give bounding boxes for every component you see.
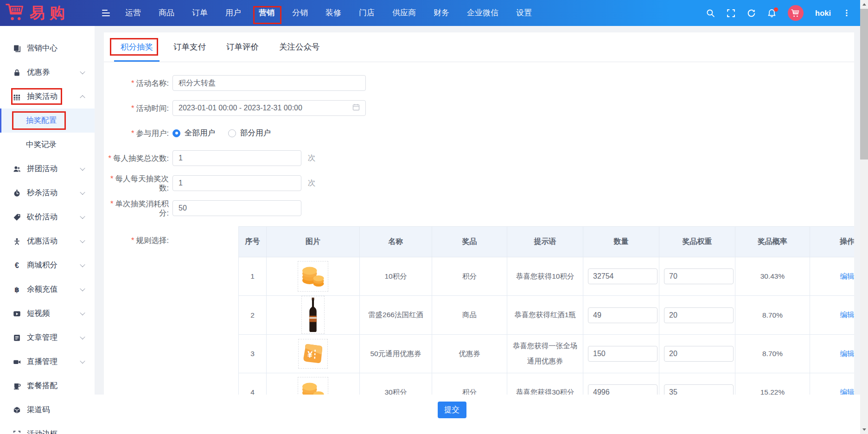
nav-item-distribution[interactable]: 分销 <box>283 0 317 26</box>
tab-label: 积分抽奖 <box>121 42 153 51</box>
sidebar-item-balance-recharge[interactable]: ฿余额充值 <box>0 277 95 301</box>
nav-item-stores[interactable]: 门店 <box>350 0 383 26</box>
daily-draws-input[interactable]: 1 <box>172 175 301 191</box>
form-row-activity-time: *活动时间:2023-01-01 00:00 - 2023-12-31 00:0… <box>104 96 854 121</box>
nav-item-wecom[interactable]: 企业微信 <box>458 0 507 26</box>
quantity-input[interactable]: 49 <box>588 307 657 323</box>
chevron-down-icon <box>80 310 85 315</box>
users-icon <box>13 165 21 173</box>
sidebar-item-short-video[interactable]: 短视频 <box>0 301 95 326</box>
form-row-activity-name: *活动名称:积分大转盘 <box>104 70 854 96</box>
weight-input[interactable]: 20 <box>664 307 734 323</box>
sidebar-item-label: 中奖记录 <box>26 140 57 150</box>
cell-weight: 70 <box>659 257 735 296</box>
sidebar-item-label: 商城积分 <box>27 260 57 270</box>
username[interactable]: hoki <box>815 9 831 18</box>
svg-text:€: € <box>15 262 19 269</box>
more-menu-icon[interactable] <box>842 9 851 17</box>
activity-time-input[interactable]: 2023-01-01 00:00 - 2023-12-31 00:00 <box>172 100 366 116</box>
chevron-down-icon <box>80 262 85 267</box>
lock-icon <box>13 69 21 77</box>
tab-points-lottery[interactable]: 积分抽奖 <box>114 32 160 62</box>
radio-all-users[interactable]: 全部用户 <box>172 128 215 138</box>
weight-input[interactable]: 70 <box>664 268 734 284</box>
quantity-input[interactable]: 4996 <box>588 384 657 395</box>
navbar-actions: hoki <box>706 5 860 21</box>
field-label-daily-draws: *每人每天抽奖次数: <box>104 174 169 192</box>
sidebar-item-articles[interactable]: 文章管理 <box>0 326 95 350</box>
quantity-input[interactable]: 32754 <box>588 268 657 284</box>
clock-icon <box>13 189 21 197</box>
chevron-up-icon <box>80 95 85 100</box>
edit-link[interactable]: 编辑 <box>840 311 855 319</box>
field-label-points-per-draw: *单次抽奖消耗积分: <box>104 199 169 217</box>
euro-icon: € <box>13 262 21 269</box>
refresh-icon[interactable] <box>747 9 756 18</box>
sidebar-item-channel-code[interactable]: 渠道码 <box>0 398 95 422</box>
edit-link[interactable]: 编辑 <box>840 388 855 395</box>
tab-order-pay[interactable]: 订单支付 <box>167 32 212 62</box>
scrollbar-down-arrow[interactable] <box>860 426 868 434</box>
nav-item-settings[interactable]: 设置 <box>507 0 541 26</box>
nav-item-products[interactable]: 商品 <box>150 0 183 26</box>
points-per-draw-input[interactable]: 50 <box>172 200 301 216</box>
sidebar-item-live[interactable]: 直播管理 <box>0 350 95 374</box>
scrollbar-up-arrow[interactable] <box>860 0 868 8</box>
avatar[interactable] <box>788 5 804 21</box>
nav-item-finance[interactable]: 财务 <box>425 0 458 26</box>
submit-button[interactable]: 提交 <box>438 402 466 418</box>
cell-weight: 20 <box>659 296 735 335</box>
sidebar-item-bargain[interactable]: 砍价活动 <box>0 205 95 229</box>
nav-item-operations[interactable]: 运营 <box>116 0 150 26</box>
cube-icon <box>13 406 21 414</box>
nav-item-orders[interactable]: 订单 <box>183 0 217 26</box>
nav-item-suppliers[interactable]: 供应商 <box>383 0 425 26</box>
nav-item-decoration[interactable]: 装修 <box>317 0 350 26</box>
notifications-bell-icon[interactable] <box>767 9 776 18</box>
sidebar-item-marketing-center[interactable]: 营销中心 <box>0 36 95 60</box>
sidebar-item-lottery[interactable]: 抽奖活动 <box>0 84 95 108</box>
grid-icon <box>13 93 21 101</box>
logo[interactable]: 易购 <box>0 3 95 24</box>
search-icon[interactable] <box>706 9 715 18</box>
tab-follow-official[interactable]: 关注公众号 <box>273 32 326 62</box>
scrollbar-thumb[interactable] <box>860 9 868 160</box>
cell-image <box>267 296 360 335</box>
page-scrollbar[interactable] <box>860 0 868 434</box>
sidebar-item-group-buy[interactable]: 拼团活动 <box>0 157 95 181</box>
sidebar-item-combo[interactable]: 套餐搭配 <box>0 374 95 398</box>
input-value: 积分大转盘 <box>179 78 216 88</box>
edit-link[interactable]: 编辑 <box>840 350 855 357</box>
total-draws-input[interactable]: 1 <box>172 150 301 166</box>
field-label-activity-time: *活动时间: <box>104 103 169 113</box>
sidebar-item-content: 优惠活动 <box>13 236 57 246</box>
cell-prize-type: 积分 <box>432 257 507 296</box>
sidebar-item-promo[interactable]: 优惠活动 <box>0 229 95 253</box>
weight-input[interactable]: 20 <box>664 346 734 362</box>
sidebar-collapse-icon[interactable] <box>102 10 110 17</box>
sidebar-item-content: 优惠券 <box>13 67 50 77</box>
edit-link[interactable]: 编辑 <box>840 272 855 280</box>
cell-name: 10积分 <box>360 257 432 296</box>
sidebar-item-label: 余额充值 <box>27 284 57 294</box>
nav-item-users[interactable]: 用户 <box>217 0 250 26</box>
radio-partial-users[interactable]: 部分用户 <box>228 128 271 138</box>
fullscreen-icon[interactable] <box>727 9 735 18</box>
quantity-input[interactable]: 150 <box>588 346 657 362</box>
input-value: 1 <box>179 179 183 187</box>
sidebar-item-flash-sale[interactable]: 秒杀活动 <box>0 181 95 205</box>
sidebar-item-winning-records[interactable]: 中奖记录 <box>0 133 95 157</box>
sidebar-item-activity-frame[interactable]: 活动边框 <box>0 422 95 434</box>
sidebar-item-mall-points[interactable]: €商城积分 <box>0 253 95 277</box>
cell-image <box>267 257 360 296</box>
cell-probability: 30.43% <box>735 257 810 296</box>
tab-order-review[interactable]: 订单评价 <box>220 32 265 62</box>
radio-group-participants: 全部用户部分用户 <box>172 128 271 138</box>
nav-item-marketing[interactable]: 营销 <box>250 0 283 26</box>
sidebar-item-lottery-config[interactable]: 抽奖配置 <box>0 108 95 133</box>
prize-image-coins <box>298 377 328 395</box>
sidebar-item-coupons[interactable]: 优惠券 <box>0 60 95 84</box>
tag-icon <box>13 213 21 221</box>
weight-input[interactable]: 35 <box>664 384 734 395</box>
activity-name-input[interactable]: 积分大转盘 <box>172 75 366 91</box>
